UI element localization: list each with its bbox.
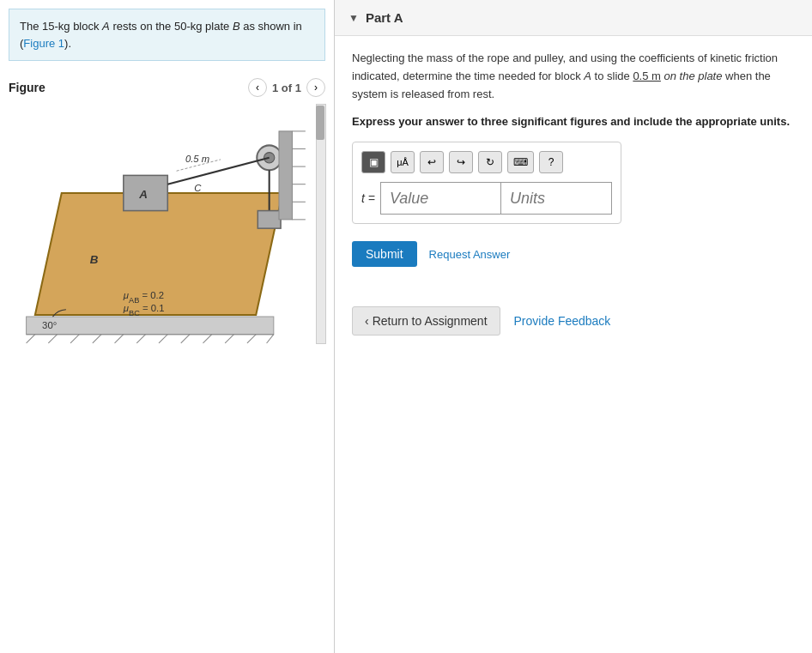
- keyboard-icon: ⌨: [513, 156, 528, 168]
- help-icon: ?: [548, 156, 554, 168]
- problem-description: Neglecting the mass of the rope and pull…: [352, 50, 795, 103]
- request-answer-link[interactable]: Request Answer: [429, 248, 511, 261]
- scrollbar-thumb[interactable]: [316, 106, 324, 140]
- redo-icon: ↪: [457, 156, 465, 168]
- svg-marker-0: [27, 317, 274, 335]
- help-btn[interactable]: ?: [539, 151, 563, 173]
- part-content: Neglecting the mass of the rope and pull…: [335, 36, 812, 281]
- figure-page: 1 of 1: [272, 82, 301, 94]
- svg-line-12: [247, 335, 256, 343]
- symbol-btn[interactable]: μÅ: [391, 151, 415, 173]
- undo-icon: ↩: [427, 156, 436, 168]
- answer-box: ▣ μÅ ↩ ↪ ↻ ⌨ ?: [352, 142, 621, 224]
- svg-rect-21: [279, 131, 292, 220]
- svg-line-4: [70, 335, 79, 343]
- svg-line-13: [267, 335, 274, 343]
- provide-feedback-link[interactable]: Provide Feedback: [514, 314, 611, 328]
- figure-diagram: 0.5 m A B C μAB = 0.2 μBC = 0.1 30°: [9, 104, 309, 344]
- svg-line-10: [203, 335, 211, 343]
- input-label: t =: [361, 191, 375, 205]
- action-row: Submit Request Answer: [352, 241, 795, 267]
- figure-next-btn[interactable]: ›: [306, 78, 325, 97]
- figure-link[interactable]: Figure 1: [23, 37, 64, 50]
- problem-text: The 15-kg block A rests on the 50-kg pla…: [20, 20, 302, 50]
- figure-header: Figure ‹ 1 of 1 ›: [9, 78, 325, 97]
- svg-line-5: [93, 335, 101, 343]
- svg-line-2: [27, 335, 35, 343]
- formula-icon: ▣: [369, 156, 379, 168]
- redo-btn[interactable]: ↪: [449, 151, 473, 173]
- value-input[interactable]: [380, 182, 500, 215]
- svg-text:C: C: [194, 183, 202, 193]
- formula-mode-btn[interactable]: ▣: [361, 151, 385, 173]
- svg-text:30°: 30°: [42, 321, 57, 331]
- svg-line-9: [181, 335, 190, 343]
- svg-line-3: [48, 335, 57, 343]
- left-panel: The 15-kg block A rests on the 50-kg pla…: [0, 0, 335, 653]
- submit-button[interactable]: Submit: [352, 241, 417, 267]
- svg-line-11: [225, 335, 233, 343]
- refresh-icon: ↻: [486, 156, 494, 168]
- scrollbar-track[interactable]: [316, 104, 326, 344]
- return-chevron-icon: ‹: [365, 314, 369, 328]
- figure-title: Figure: [9, 81, 45, 94]
- svg-line-18: [167, 158, 269, 184]
- svg-line-6: [115, 335, 124, 343]
- undo-btn[interactable]: ↩: [420, 151, 444, 173]
- svg-line-7: [136, 335, 145, 343]
- refresh-btn[interactable]: ↻: [478, 151, 502, 173]
- answer-toolbar: ▣ μÅ ↩ ↪ ↻ ⌨ ?: [361, 151, 612, 173]
- units-input[interactable]: [500, 182, 612, 215]
- return-label: Return to Assignment: [373, 314, 488, 328]
- figure-prev-btn[interactable]: ‹: [248, 78, 267, 97]
- svg-line-8: [159, 335, 167, 343]
- figure-container: 0.5 m A B C μAB = 0.2 μBC = 0.1 30°: [9, 104, 326, 344]
- bottom-actions: ‹ Return to Assignment Provide Feedback: [335, 306, 812, 336]
- right-panel: ▼ Part A Neglecting the mass of the rope…: [335, 0, 812, 653]
- return-to-assignment-button[interactable]: ‹ Return to Assignment: [352, 306, 500, 336]
- problem-statement-box: The 15-kg block A rests on the 50-kg pla…: [9, 9, 325, 61]
- part-label: Part A: [366, 10, 403, 25]
- bold-instruction: Express your answer to three significant…: [352, 115, 795, 128]
- svg-rect-20: [258, 211, 281, 229]
- keyboard-btn[interactable]: ⌨: [507, 151, 534, 173]
- svg-text:A: A: [138, 188, 148, 201]
- figure-section: Figure ‹ 1 of 1 ›: [9, 78, 325, 344]
- svg-text:0.5 m: 0.5 m: [185, 154, 209, 164]
- collapse-icon[interactable]: ▼: [348, 12, 359, 24]
- input-row: t =: [361, 182, 612, 215]
- svg-text:B: B: [90, 253, 99, 266]
- symbol-icon: μÅ: [397, 157, 409, 167]
- part-header: ▼ Part A: [335, 0, 812, 36]
- figure-nav: ‹ 1 of 1 ›: [248, 78, 325, 97]
